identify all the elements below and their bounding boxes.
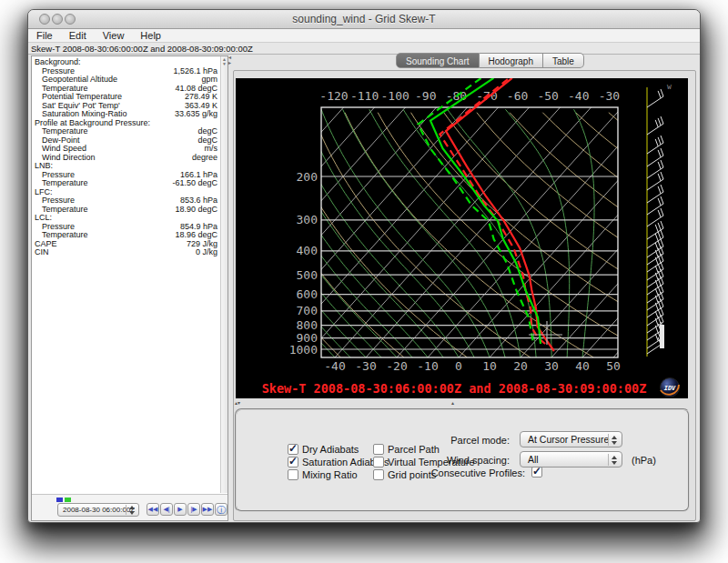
consecutive-profiles-label: Consecutive Profiles: <box>431 467 525 478</box>
svg-text:600: 600 <box>297 287 318 301</box>
tab-hodograph[interactable]: Hodograph <box>480 53 543 68</box>
mixing-ratio-checkbox[interactable]: Mixing Ratio <box>288 468 358 480</box>
animation-properties-button[interactable]: ⓘ <box>215 503 228 516</box>
data-row-value <box>217 214 219 223</box>
svg-text:-30: -30 <box>599 89 620 103</box>
chart-controls-divider[interactable]: ▴▾ ▴ <box>234 399 695 407</box>
display-controls: ✓Dry Adiabats✓Saturation AdiabatsMixing … <box>235 408 690 512</box>
svg-text:-20: -20 <box>386 359 407 373</box>
data-row: Temperature18.90 degC <box>33 206 219 215</box>
svg-text:500: 500 <box>297 268 318 282</box>
tab-sounding-chart[interactable]: Sounding Chart <box>396 53 480 68</box>
titlebar[interactable]: sounding_wind - Grid Skew-T <box>28 10 700 29</box>
step-back-button[interactable]: ◀| <box>160 503 173 516</box>
time-select-value: 2008-08-30 06:00:00Z <box>63 506 135 514</box>
window-title: sounding_wind - Grid Skew-T <box>28 13 700 25</box>
sounding-data-list: Background:Pressure1,526.1 hPaGeopotenti… <box>33 58 219 493</box>
svg-text:-50: -50 <box>537 89 558 103</box>
data-row-value <box>217 188 219 197</box>
view-tabs: Sounding ChartHodographTable <box>396 53 584 68</box>
grid-points-checkbox[interactable]: Grid points <box>373 468 436 480</box>
consecutive-profiles-checkbox[interactable]: ✓ <box>531 467 542 478</box>
dry-adiabats-checkbox[interactable]: ✓Dry Adiabats <box>288 443 359 455</box>
go-to-start-button[interactable]: ◀◀ <box>147 503 159 516</box>
menu-item-help[interactable]: Help <box>132 29 169 41</box>
svg-text:40: 40 <box>575 359 590 373</box>
svg-text:0: 0 <box>455 359 462 373</box>
svg-text:700: 700 <box>297 304 318 317</box>
menu-item-view[interactable]: View <box>95 29 133 41</box>
svg-text:20: 20 <box>513 359 528 373</box>
barb-corner-label: w <box>667 83 672 91</box>
left-panel-scrollbar[interactable]: ▲▼ <box>220 56 228 493</box>
skewt-chart[interactable]: 2003004005006007008009001000-120-110-100… <box>236 78 688 398</box>
svg-text:-10: -10 <box>417 359 438 373</box>
go-to-end-button[interactable]: ▶▶ <box>201 503 214 516</box>
app-window: sounding_wind - Grid Skew-T FileEditView… <box>27 9 701 523</box>
svg-text:300: 300 <box>297 213 318 226</box>
data-row-label: CIN <box>35 248 49 257</box>
wind-spacing-label: Wind spacing: <box>447 455 510 466</box>
data-row-value: 0 J/kg <box>196 248 219 257</box>
checkbox-label: Parcel Path <box>388 444 440 455</box>
time-legend-swatch-1 <box>56 498 63 502</box>
svg-text:-120: -120 <box>319 89 348 103</box>
play-button[interactable]: ▶ <box>174 503 187 516</box>
time-legend-swatch-2 <box>65 498 71 502</box>
playback-controls: ◀◀◀|▶|▶▶▶ⓘ <box>147 503 228 517</box>
skewt-plot[interactable]: 2003004005006007008009001000-120-110-100… <box>236 78 688 398</box>
step-forward-button[interactable]: |▶ <box>187 503 200 516</box>
svg-text:-100: -100 <box>381 89 410 103</box>
data-row: CIN0 J/kg <box>33 248 219 257</box>
data-row-value <box>217 162 219 171</box>
svg-text:50: 50 <box>606 359 621 373</box>
data-row-value: 33.635 g/kg <box>175 110 219 119</box>
data-row-value: degree <box>192 154 219 163</box>
svg-text:IDV: IDV <box>664 385 676 392</box>
screenshot-root: sounding_wind - Grid Skew-T FileEditView… <box>0 0 728 563</box>
svg-text:-60: -60 <box>507 89 528 103</box>
data-row-value: -61.50 degC <box>172 179 219 188</box>
wind-barb-highlight <box>660 325 664 348</box>
wind-spacing-stepper-icon <box>608 454 620 466</box>
wind-spacing-value: All <box>528 454 539 465</box>
svg-text:400: 400 <box>297 244 318 257</box>
svg-text:30: 30 <box>544 359 559 373</box>
svg-text:1000: 1000 <box>289 343 318 357</box>
svg-text:-30: -30 <box>355 359 376 373</box>
data-row: Temperature-61.50 degC <box>33 179 219 188</box>
splitter-collapse-icon[interactable]: ◂▸ <box>228 55 231 65</box>
checkbox-label: Grid points <box>388 469 436 480</box>
data-row-value <box>217 58 219 67</box>
svg-text:-90: -90 <box>415 89 436 103</box>
parcel-mode-label: Parcel mode: <box>450 435 510 446</box>
svg-text:-40: -40 <box>568 89 589 103</box>
tab-table[interactable]: Table <box>543 53 584 68</box>
display-subtitle: Skew-T 2008-08-30:06:00:00Z and 2008-08-… <box>28 43 700 55</box>
svg-text:-110: -110 <box>350 89 379 103</box>
menu-item-edit[interactable]: Edit <box>61 29 95 41</box>
data-row-value: 18.90 degC <box>175 206 219 215</box>
svg-text:800: 800 <box>297 318 318 332</box>
svg-text:-40: -40 <box>324 359 345 373</box>
data-row-value <box>217 119 219 128</box>
time-select[interactable]: 2008-08-30 06:00:00Z <box>57 503 139 517</box>
idv-logo: IDV <box>661 378 680 397</box>
svg-text:10: 10 <box>482 359 497 373</box>
parcel-mode-stepper-icon <box>608 434 620 446</box>
parcel-mode-select[interactable]: At Cursor Pressure <box>520 431 622 447</box>
chart-title: Skew-T 2008-08-30:06:00:00Z and 2008-08-… <box>262 381 647 396</box>
data-row: CAPE729 J/kg <box>33 240 219 249</box>
checkbox-label: Dry Adiabats <box>302 444 359 455</box>
time-stepper[interactable] <box>126 505 137 515</box>
checkbox-label: Mixing Ratio <box>302 469 358 480</box>
wind-spacing-unit: (hPa) <box>632 455 656 466</box>
parcel-mode-value: At Cursor Pressure <box>528 434 609 445</box>
svg-text:200: 200 <box>297 170 318 184</box>
menubar: FileEditViewHelp <box>28 29 700 43</box>
parcel-path-checkbox[interactable]: Parcel Path <box>373 443 440 455</box>
time-animation-bar: 2008-08-30 06:00:00Z ◀◀◀|▶|▶▶▶ⓘ <box>32 494 228 520</box>
menu-item-file[interactable]: File <box>28 29 61 41</box>
sounding-data-panel: Background:Pressure1,526.1 hPaGeopotenti… <box>31 55 228 521</box>
data-row: Wind Directiondegree <box>33 154 219 163</box>
